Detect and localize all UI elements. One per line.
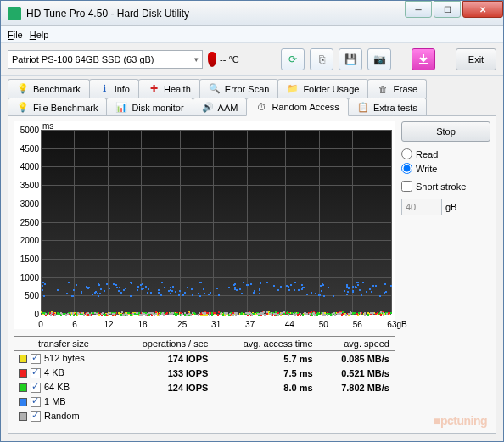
chart-xtick: 50 xyxy=(319,320,328,329)
close-button[interactable] xyxy=(462,1,503,18)
chart-xtick: 6 xyxy=(72,320,77,329)
error-scan-icon: 🔍 xyxy=(209,83,221,95)
tab-info[interactable]: ℹInfo xyxy=(89,79,139,98)
chart-ytick: 1500 xyxy=(20,254,39,263)
file-benchmark-icon: 💡 xyxy=(17,102,29,114)
health-icon: ✚ xyxy=(148,83,160,95)
results-row: 1 MB xyxy=(14,394,395,409)
chart-xtick: 18 xyxy=(137,320,147,329)
tab-label: Error Scan xyxy=(225,84,270,94)
tab-disk-monitor[interactable]: 📊Disk monitor xyxy=(106,98,193,116)
tab-label: Benchmark xyxy=(33,84,81,94)
tab-label: Extra tests xyxy=(373,103,417,113)
random-access-icon: ⏱ xyxy=(255,101,267,113)
chart-ytick: 2500 xyxy=(20,217,39,227)
tab-label: Folder Usage xyxy=(303,84,359,94)
short-stroke-checkbox[interactable]: Short stroke xyxy=(401,181,490,192)
chart-ytick: 4000 xyxy=(20,162,39,171)
tab-label: Random Access xyxy=(272,102,339,112)
chart-xtick: 37 xyxy=(245,320,255,329)
series-checkbox[interactable] xyxy=(31,368,41,378)
chart-ytick: 2000 xyxy=(20,236,39,245)
chart-xtick: 25 xyxy=(177,320,187,329)
read-radio[interactable]: Read xyxy=(401,148,490,159)
disk-monitor-icon: 📊 xyxy=(115,102,127,114)
results-row: 512 bytes174 IOPS5.7 ms0.085 MB/s xyxy=(14,351,395,366)
drive-select-value: Patriot PS-100 64GB SSD (63 gB) xyxy=(12,54,154,64)
results-row: 64 KB124 IOPS8.0 ms7.802 MB/s xyxy=(14,380,395,394)
stop-button[interactable]: Stop xyxy=(401,121,490,142)
app-window: HD Tune Pro 4.50 - Hard Disk Utility Fil… xyxy=(0,0,504,442)
tab-label: Health xyxy=(164,84,191,94)
results-header: avg. access time xyxy=(213,337,317,351)
series-checkbox[interactable] xyxy=(31,411,41,422)
write-radio[interactable]: Write xyxy=(401,163,490,174)
short-stroke-unit: gB xyxy=(445,202,456,212)
tab-benchmark[interactable]: 💡Benchmark xyxy=(8,79,90,98)
menu-help[interactable]: Help xyxy=(30,30,49,40)
chart-plot-area xyxy=(41,130,391,314)
tab-label: File Benchmark xyxy=(33,103,98,113)
chart-xtick: 44 xyxy=(285,320,294,329)
menubar: File Help xyxy=(1,26,503,43)
benchmark-icon: 💡 xyxy=(17,83,29,95)
tab-label: Erase xyxy=(393,84,417,94)
short-stroke-size: gB xyxy=(401,199,490,215)
chart-ytick: 5000 xyxy=(20,126,39,135)
tab-file-benchmark[interactable]: 💡File Benchmark xyxy=(8,98,107,116)
app-icon xyxy=(8,7,21,20)
chart-xtick: 63gB xyxy=(387,320,406,329)
temperature-display: -- °C xyxy=(208,52,239,67)
copy-button[interactable]: ⎘ xyxy=(310,48,333,70)
short-stroke-input[interactable] xyxy=(401,199,442,215)
chart-xtick: 31 xyxy=(211,320,221,329)
titlebar: HD Tune Pro 4.50 - Hard Disk Utility xyxy=(1,1,503,26)
tabs: 💡BenchmarkℹInfo✚Health🔍Error Scan📁Folder… xyxy=(1,76,503,116)
toolbar: Patriot PS-100 64GB SSD (63 gB) -- °C ⟳ … xyxy=(1,43,503,76)
tab-health[interactable]: ✚Health xyxy=(138,79,200,98)
chart-xtick: 0 xyxy=(38,320,43,329)
chart-ytick: 0 xyxy=(34,310,39,319)
menu-file[interactable]: File xyxy=(8,30,23,40)
tab-label: Disk monitor xyxy=(132,103,183,113)
series-checkbox[interactable] xyxy=(31,354,41,364)
exit-button[interactable]: Exit xyxy=(456,48,496,70)
tab-folder-usage[interactable]: 📁Folder Usage xyxy=(277,79,368,98)
chart-ytick: 1000 xyxy=(20,272,39,282)
chart-xtick: 56 xyxy=(353,320,362,329)
tab-label: AAM xyxy=(218,103,238,113)
tab-error-scan[interactable]: 🔍Error Scan xyxy=(199,79,279,98)
results-header: operations / sec xyxy=(114,337,214,351)
access-time-chart: ms 0500100015002000250030003500400045005… xyxy=(14,121,395,329)
tab-content-random-access: ms 0500100015002000250030003500400045005… xyxy=(8,115,496,434)
chart-ytick: 500 xyxy=(25,291,39,300)
side-panel: Stop Read Write Short stroke gB xyxy=(401,121,490,428)
tab-aam[interactable]: 🔊AAM xyxy=(193,98,248,116)
info-icon: ℹ xyxy=(98,83,110,95)
chart-xtick: 12 xyxy=(104,320,113,329)
minimize-button[interactable] xyxy=(405,1,432,18)
window-title: HD Tune Pro 4.50 - Hard Disk Utility xyxy=(26,8,403,20)
chart-ytick: 4500 xyxy=(20,143,39,153)
series-checkbox[interactable] xyxy=(31,383,41,393)
drive-select[interactable]: Patriot PS-100 64GB SSD (63 gB) xyxy=(8,50,203,69)
mode-radio-group: Read Write xyxy=(401,148,490,174)
maximize-button[interactable] xyxy=(434,1,461,18)
results-table: transfer sizeoperations / secavg. access… xyxy=(14,336,395,423)
refresh-button[interactable]: ⟳ xyxy=(281,48,305,70)
tab-erase[interactable]: 🗑Erase xyxy=(367,79,427,98)
tab-random-access[interactable]: ⏱Random Access xyxy=(246,98,348,116)
series-checkbox[interactable] xyxy=(31,397,41,407)
results-header: transfer size xyxy=(14,337,114,351)
folder-usage-icon: 📁 xyxy=(287,83,299,95)
screenshot-button[interactable]: 📷 xyxy=(367,48,391,70)
tab-label: Info xyxy=(115,84,130,94)
erase-icon: 🗑 xyxy=(377,83,389,95)
aam-icon: 🔊 xyxy=(202,102,214,114)
tab-extra-tests[interactable]: 📋Extra tests xyxy=(348,98,427,116)
download-button[interactable] xyxy=(412,48,435,70)
results-row: Random xyxy=(14,409,395,423)
temperature-value: -- °C xyxy=(220,54,239,64)
chart-ytick: 3500 xyxy=(20,181,39,190)
save-button[interactable]: 💾 xyxy=(339,48,362,70)
